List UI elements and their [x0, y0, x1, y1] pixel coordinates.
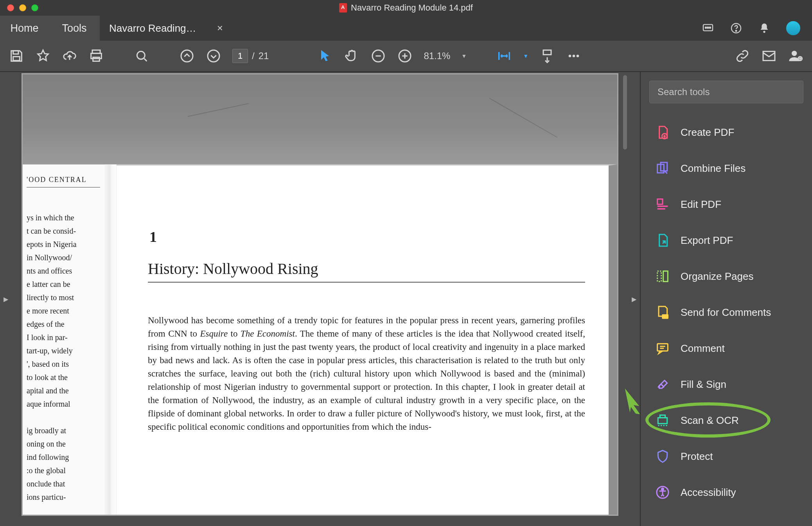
link-share-icon[interactable]: [735, 48, 750, 64]
chat-icon[interactable]: [702, 22, 714, 34]
svg-rect-35: [660, 415, 665, 418]
tab-toolbar-right: [233, 16, 812, 41]
fit-width-icon[interactable]: [496, 48, 512, 64]
comment-icon: [655, 340, 670, 356]
left-panel-toggle[interactable]: ▶: [0, 72, 12, 526]
tab-home[interactable]: Home: [0, 16, 49, 41]
svg-rect-34: [658, 418, 667, 423]
highlight-arrow-icon: [620, 387, 647, 414]
close-window-icon[interactable]: [7, 4, 14, 11]
svg-rect-8: [13, 57, 20, 61]
zoom-window-icon[interactable]: [31, 4, 38, 11]
star-icon[interactable]: [35, 48, 51, 64]
tool-export-pdf[interactable]: Export PDF: [649, 222, 803, 258]
pdf-file-icon: [339, 3, 347, 13]
svg-point-37: [662, 488, 664, 490]
tool-label: Combine Files: [681, 162, 746, 175]
fit-dropdown-icon[interactable]: ▼: [523, 53, 528, 59]
tool-comment[interactable]: Comment: [649, 330, 803, 366]
book-right-page: 1 History: Nollywood Rising Nollywood ha…: [117, 164, 617, 515]
page-slash: /: [252, 50, 255, 61]
running-header: 'OOD CENTRAL: [27, 176, 100, 187]
svg-rect-29: [658, 208, 665, 209]
svg-rect-27: [658, 199, 663, 204]
chapter-number: 1: [149, 228, 585, 245]
tool-protect[interactable]: Protect: [649, 438, 803, 474]
svg-point-3: [710, 27, 711, 28]
print-icon[interactable]: [88, 48, 104, 64]
account-avatar[interactable]: [786, 21, 800, 35]
left-truncated-text: ys in which thet can be consid-epots in …: [27, 211, 100, 504]
tool-organize-pages[interactable]: Organize Pages: [649, 258, 803, 294]
tool-label: Scan & OCR: [681, 414, 739, 427]
svg-rect-7: [13, 51, 18, 54]
svg-rect-32: [662, 314, 668, 319]
email-icon[interactable]: [761, 48, 777, 64]
book-left-page: 'OOD CENTRAL ys in which thet can be con…: [23, 164, 105, 515]
page-1: 'OOD CENTRAL ys in which thet can be con…: [23, 74, 617, 515]
tool-send-for-comments[interactable]: Send for Comments: [649, 294, 803, 330]
tool-label: Protect: [681, 450, 713, 463]
tool-scan-ocr[interactable]: Scan & OCR: [649, 402, 803, 438]
more-tools-icon[interactable]: [566, 48, 582, 64]
accessibility-icon: [655, 485, 670, 500]
page-current-input[interactable]: 1: [232, 49, 248, 63]
document-viewport[interactable]: 'OOD CENTRAL ys in which thet can be con…: [12, 72, 628, 526]
tools-panel: Search tools Create PDFCombine FilesEdit…: [640, 72, 812, 526]
cloud-upload-icon[interactable]: [62, 48, 77, 64]
page-up-icon[interactable]: [179, 48, 195, 64]
right-panel-toggle[interactable]: ▶: [628, 72, 640, 526]
selection-cursor-icon[interactable]: [317, 48, 333, 64]
svg-rect-31: [663, 271, 668, 282]
tools-list: Create PDFCombine FilesEdit PDFExport PD…: [649, 114, 803, 510]
svg-point-18: [569, 55, 571, 58]
zoom-dropdown-icon[interactable]: ▼: [461, 53, 467, 59]
zoom-in-icon[interactable]: [397, 48, 413, 64]
zoom-value[interactable]: 81.1%: [424, 50, 450, 61]
svg-point-20: [577, 55, 579, 58]
organize-pages-icon: [655, 268, 670, 284]
window-controls: [7, 4, 38, 11]
scan-margin: [23, 74, 617, 164]
tool-combine-files[interactable]: Combine Files: [649, 150, 803, 186]
fill-sign-icon: [655, 376, 670, 392]
tool-label: Export PDF: [681, 234, 733, 247]
scrollbar-thumb[interactable]: [623, 75, 627, 150]
tool-label: Edit PDF: [681, 198, 721, 211]
close-tab-icon[interactable]: ✕: [217, 23, 223, 33]
protect-icon: [655, 449, 670, 464]
page-down-icon[interactable]: [206, 48, 221, 64]
tool-fill-sign[interactable]: Fill & Sign: [649, 366, 803, 402]
search-tools-input[interactable]: Search tools: [649, 81, 803, 103]
svg-rect-17: [543, 50, 551, 55]
svg-rect-28: [658, 205, 668, 207]
zoom-out-icon[interactable]: [370, 48, 386, 64]
tool-create-pdf[interactable]: Create PDF: [649, 114, 803, 150]
help-icon[interactable]: [730, 22, 742, 34]
book-spine: [105, 164, 117, 515]
tool-label: Create PDF: [681, 126, 734, 139]
tool-label: Comment: [681, 342, 725, 355]
tab-file[interactable]: Navarro Reading… ✕: [100, 16, 233, 41]
page-total: 21: [259, 50, 269, 61]
bell-icon[interactable]: [758, 22, 771, 34]
find-icon[interactable]: [134, 48, 149, 64]
minimize-window-icon[interactable]: [19, 4, 26, 11]
tool-accessibility[interactable]: Accessibility: [649, 474, 803, 510]
save-icon[interactable]: [9, 48, 24, 64]
share-people-icon[interactable]: [788, 48, 803, 64]
svg-point-5: [736, 30, 737, 31]
tool-label: Fill & Sign: [681, 378, 726, 391]
export-pdf-icon: [655, 232, 670, 248]
edit-pdf-icon: [655, 196, 670, 212]
tab-tools[interactable]: Tools: [49, 16, 100, 41]
svg-point-19: [573, 55, 575, 58]
pan-hand-icon[interactable]: [344, 48, 359, 64]
svg-rect-33: [658, 344, 668, 351]
tool-edit-pdf[interactable]: Edit PDF: [649, 186, 803, 222]
scrolling-mode-icon[interactable]: [539, 48, 555, 64]
window-title-text: Navarro Reading Module 14.pdf: [351, 3, 473, 13]
svg-point-22: [792, 51, 797, 56]
combine-files-icon: [655, 160, 670, 176]
page-indicator: 1 / 21: [232, 49, 269, 63]
